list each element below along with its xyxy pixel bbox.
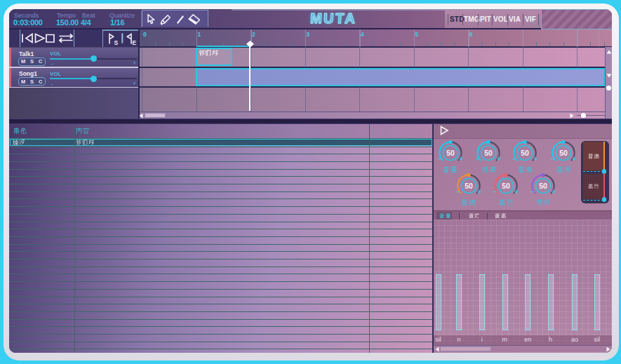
- svg-text:+: +: [533, 155, 537, 163]
- svg-text:+: +: [497, 155, 501, 163]
- svg-text:−: −: [551, 155, 555, 163]
- svg-text:50: 50: [559, 149, 568, 157]
- svg-text:−: −: [530, 188, 535, 196]
- svg-text:+: +: [514, 188, 519, 196]
- svg-text:50: 50: [502, 182, 510, 190]
- svg-text:−: −: [456, 188, 460, 196]
- svg-text:−: −: [512, 155, 516, 163]
- svg-text:+: +: [477, 188, 481, 196]
- svg-text:+: +: [552, 188, 556, 196]
- svg-text:50: 50: [465, 182, 473, 190]
- svg-text:50: 50: [521, 149, 529, 157]
- svg-text:−: −: [476, 155, 480, 163]
- svg-text:50: 50: [484, 149, 493, 157]
- svg-text:E: E: [133, 39, 137, 46]
- svg-text:50: 50: [446, 149, 455, 157]
- svg-text:S: S: [114, 39, 119, 46]
- svg-text:50: 50: [539, 182, 547, 190]
- svg-text:+: +: [572, 155, 576, 163]
- svg-text:+: +: [459, 155, 463, 163]
- svg-text:−: −: [493, 188, 498, 196]
- svg-text:−: −: [438, 155, 442, 163]
